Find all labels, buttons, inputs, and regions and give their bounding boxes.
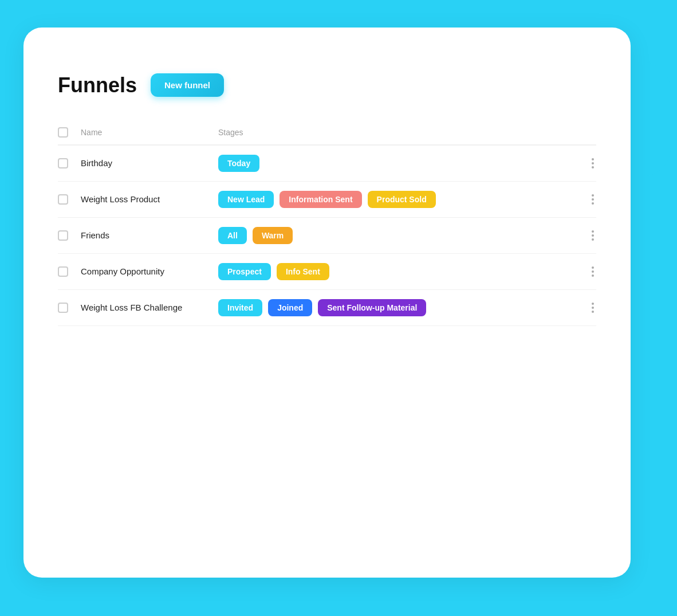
more-dots-icon <box>592 230 594 241</box>
row-more-button[interactable] <box>568 194 596 205</box>
funnel-stages: AllWarm <box>218 227 568 244</box>
stage-badge[interactable]: Info Sent <box>277 263 329 280</box>
row-checkbox[interactable] <box>58 266 68 277</box>
row-more-button[interactable] <box>568 303 596 313</box>
table-row[interactable]: BirthdayToday <box>58 146 596 182</box>
stage-badge[interactable]: Prospect <box>218 263 271 280</box>
col-name-header: Name <box>81 128 218 137</box>
more-dots-icon <box>592 158 594 168</box>
row-more-button[interactable] <box>568 158 596 168</box>
stage-badge[interactable]: Today <box>218 155 259 172</box>
table-row[interactable]: Weight Loss ProductNew LeadInformation S… <box>58 182 596 218</box>
page-header: Funnels New funnel <box>58 73 596 97</box>
funnel-name: Birthday <box>81 158 218 168</box>
stage-badge[interactable]: All <box>218 227 247 244</box>
more-dots-icon <box>592 194 594 205</box>
stage-badge[interactable]: Joined <box>268 299 312 316</box>
stage-badge[interactable]: New Lead <box>218 191 274 208</box>
col-stages-header: Stages <box>218 128 568 137</box>
row-checkbox-wrapper <box>58 266 81 277</box>
header-checkbox-wrapper <box>58 127 81 138</box>
table-row[interactable]: Weight Loss FB ChallengeInvitedJoinedSen… <box>58 290 596 326</box>
more-dots-icon <box>592 266 594 277</box>
table-row[interactable]: FriendsAllWarm <box>58 218 596 254</box>
funnel-stages: New LeadInformation SentProduct Sold <box>218 191 568 208</box>
row-checkbox-wrapper <box>58 194 81 205</box>
funnel-name: Weight Loss Product <box>81 194 218 204</box>
outer-container: Funnels New funnel Name Stages BirthdayT… <box>23 28 654 589</box>
row-checkbox[interactable] <box>58 158 68 168</box>
main-card: Funnels New funnel Name Stages BirthdayT… <box>23 28 631 578</box>
stage-badge[interactable]: Warm <box>253 227 293 244</box>
stage-badge[interactable]: Sent Follow-up Material <box>318 299 426 316</box>
select-all-checkbox[interactable] <box>58 127 68 138</box>
row-more-button[interactable] <box>568 266 596 277</box>
table-body: BirthdayTodayWeight Loss ProductNew Lead… <box>58 146 596 326</box>
stage-badge[interactable]: Invited <box>218 299 262 316</box>
stage-badge[interactable]: Product Sold <box>368 191 436 208</box>
row-checkbox-wrapper <box>58 303 81 313</box>
funnel-name: Weight Loss FB Challenge <box>81 303 218 312</box>
stage-badge[interactable]: Information Sent <box>280 191 361 208</box>
row-checkbox-wrapper <box>58 230 81 241</box>
table-row[interactable]: Company OpportunityProspectInfo Sent <box>58 254 596 290</box>
row-more-button[interactable] <box>568 230 596 241</box>
row-checkbox[interactable] <box>58 194 68 205</box>
funnel-stages: ProspectInfo Sent <box>218 263 568 280</box>
row-checkbox-wrapper <box>58 158 81 168</box>
funnel-name: Company Opportunity <box>81 266 218 276</box>
page-title: Funnels <box>58 73 137 97</box>
new-funnel-button[interactable]: New funnel <box>151 73 224 97</box>
table-header: Name Stages <box>58 120 596 146</box>
more-dots-icon <box>592 303 594 313</box>
row-checkbox[interactable] <box>58 303 68 313</box>
funnel-stages: Today <box>218 155 568 172</box>
funnel-stages: InvitedJoinedSent Follow-up Material <box>218 299 568 316</box>
funnel-name: Friends <box>81 230 218 240</box>
row-checkbox[interactable] <box>58 230 68 241</box>
